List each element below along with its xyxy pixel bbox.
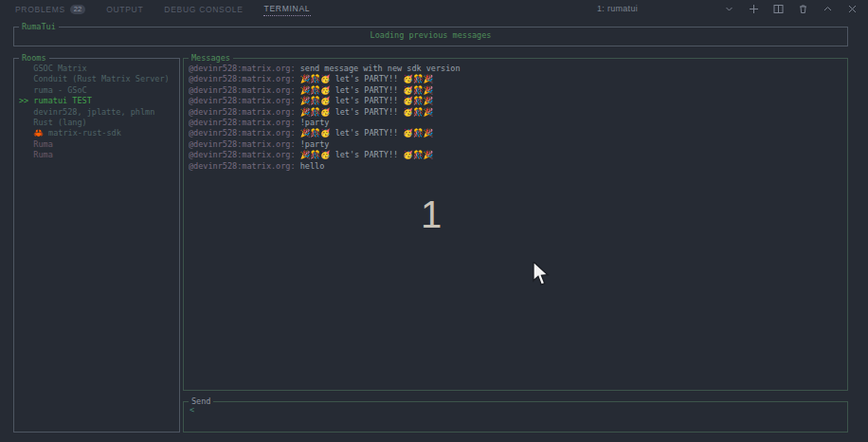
message-row: @devinr528:matrix.org: 🎉🎊🥳 let's PARTY!!… <box>189 107 844 118</box>
message-text: 🎉🎊🥳 let's PARTY!! 🥳🎊🎉 <box>300 150 433 159</box>
keypress-overlay: 1 <box>421 195 442 233</box>
message-sender: @devinr528:matrix.org: <box>189 64 300 73</box>
rooms-title: Rooms <box>19 53 49 64</box>
message-sender: @devinr528:matrix.org: <box>189 85 300 95</box>
panel-tab-terminal[interactable]: TERMINAL <box>263 1 312 16</box>
rooms-list: GSOC Matrix Conduit (Rust Matrix Server)… <box>19 64 176 161</box>
rooms-panel: Rooms GSOC Matrix Conduit (Rust Matrix S… <box>13 58 180 433</box>
room-item[interactable]: Rust (lang) <box>19 118 176 128</box>
message-sender: @devinr528:matrix.org: <box>189 150 300 159</box>
message-text: 🎉🎊🥳 let's PARTY!! 🥳🎊🎉 <box>300 85 433 95</box>
panel-tab-output[interactable]: OUTPUT <box>105 1 144 16</box>
panel-tabs: PROBLEMS22OUTPUTDEBUG CONSOLETERMINAL <box>14 1 330 16</box>
message-row: @devinr528:matrix.org: send message with… <box>189 64 844 74</box>
rumatui-header-box: RumaTui Loading previous messages <box>13 27 848 46</box>
send-prompt-cursor: < <box>190 405 194 414</box>
message-sender: @devinr528:matrix.org: <box>189 128 300 138</box>
chevron-down-icon <box>723 3 735 15</box>
message-sender: @devinr528:matrix.org: <box>189 161 300 171</box>
terminal-selector-dropdown[interactable]: 1: rumatui <box>597 3 735 15</box>
split-terminal-icon[interactable] <box>772 3 785 15</box>
message-text: 🎉🎊🥳 let's PARTY!! 🥳🎊🎉 <box>300 96 433 105</box>
message-text: 🎉🎊🥳 let's PARTY!! 🥳🎊🎉 <box>300 128 433 138</box>
panel-tab-label: DEBUG CONSOLE <box>164 5 243 14</box>
message-sender: @devinr528:matrix.org: <box>189 96 300 105</box>
kill-terminal-trash-icon[interactable] <box>797 3 809 15</box>
send-input-box[interactable]: Send < <box>183 401 848 433</box>
room-item-selected[interactable]: >> rumatui TEST <box>19 96 176 106</box>
panel-tab-problems[interactable]: PROBLEMS22 <box>14 1 86 16</box>
close-panel-x-icon[interactable] <box>846 3 859 15</box>
panel-tab-label: OUTPUT <box>106 5 143 14</box>
message-sender: @devinr528:matrix.org: <box>189 74 300 83</box>
room-item[interactable]: Ruma <box>19 150 176 160</box>
panel-actions: 1: rumatui <box>597 0 859 17</box>
panel-tab-label: TERMINAL <box>264 4 311 13</box>
message-text: 🎉🎊🥳 let's PARTY!! 🥳🎊🎉 <box>300 74 433 83</box>
mouse-cursor-icon <box>532 262 550 290</box>
panel-tab-debug-console[interactable]: DEBUG CONSOLE <box>163 1 244 16</box>
maximize-panel-chevron-up-icon[interactable] <box>822 3 834 15</box>
room-item[interactable]: GSOC Matrix <box>19 64 176 74</box>
message-row: @devinr528:matrix.org: 🎉🎊🥳 let's PARTY!!… <box>189 85 844 96</box>
room-item[interactable]: ruma - GSoC <box>19 85 176 96</box>
messages-title: Messages <box>189 53 233 64</box>
vscode-terminal-panel: { "panel": { "tabs": [ {"label": "PROBLE… <box>0 0 868 442</box>
loading-status-text: Loading previous messages <box>14 30 847 40</box>
room-item[interactable]: devinr528, jplatte, phlmn <box>19 107 176 118</box>
message-text: 🎉🎊🥳 let's PARTY!! 🥳🎊🎉 <box>300 107 433 117</box>
room-item[interactable]: 🦀 matrix-rust-sdk <box>19 128 176 138</box>
message-text: !party <box>300 118 330 127</box>
new-terminal-plus-icon[interactable] <box>748 3 760 15</box>
panel-tab-label: PROBLEMS <box>15 5 65 14</box>
message-row: @devinr528:matrix.org: 🎉🎊🥳 let's PARTY!!… <box>189 128 844 138</box>
terminal-selector-value: 1: rumatui <box>597 4 638 13</box>
message-text: !party <box>300 139 330 149</box>
problems-count-badge: 22 <box>70 5 85 14</box>
message-sender: @devinr528:matrix.org: <box>189 118 300 127</box>
room-item[interactable]: Conduit (Rust Matrix Server) <box>19 74 176 84</box>
message-text: hello <box>300 161 325 171</box>
message-row: @devinr528:matrix.org: 🎉🎊🥳 let's PARTY!!… <box>189 150 844 160</box>
message-text: send message with new sdk version <box>300 64 461 73</box>
message-row: @devinr528:matrix.org: 🎉🎊🥳 let's PARTY!!… <box>189 96 844 106</box>
messages-panel: Messages @devinr528:matrix.org: send mes… <box>183 58 848 391</box>
message-row: @devinr528:matrix.org: !party <box>189 118 844 128</box>
message-row: @devinr528:matrix.org: 🎉🎊🥳 let's PARTY!!… <box>189 74 844 84</box>
panel-tab-bar: PROBLEMS22OUTPUTDEBUG CONSOLETERMINAL 1:… <box>0 0 868 17</box>
message-sender: @devinr528:matrix.org: <box>189 139 300 149</box>
message-sender: @devinr528:matrix.org: <box>189 107 300 117</box>
room-item[interactable]: Ruma <box>19 139 176 150</box>
messages-list: @devinr528:matrix.org: send message with… <box>189 64 844 172</box>
message-row: @devinr528:matrix.org: hello <box>189 161 844 172</box>
message-row: @devinr528:matrix.org: !party <box>189 139 844 150</box>
